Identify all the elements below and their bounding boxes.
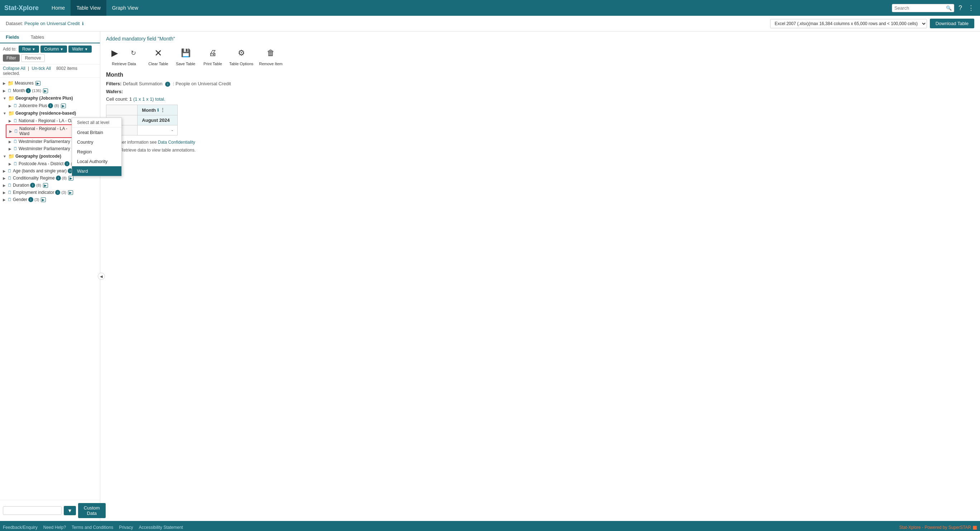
duration-count: (8) bbox=[36, 183, 41, 187]
filters-dataset-label: People on Universal Credit bbox=[175, 81, 231, 86]
national-ward-expand-icon[interactable]: ▶ bbox=[9, 129, 12, 133]
save-table-action[interactable]: 💾 Save Table bbox=[175, 46, 196, 66]
sub-header: Dataset: People on Universal Credit ℹ Ex… bbox=[0, 16, 980, 32]
filters-info-badge[interactable]: i bbox=[165, 82, 170, 87]
data-confidentiality-link[interactable]: Data Confidentiality bbox=[158, 140, 195, 145]
national-oas-expand-icon[interactable]: ▶ bbox=[9, 119, 11, 123]
westminster2-expand-icon[interactable]: ▶ bbox=[9, 147, 11, 151]
measures-folder-icon: 📁 bbox=[8, 80, 14, 86]
clear-table-button[interactable]: ✕ bbox=[150, 46, 167, 60]
duration-expand-icon[interactable]: ▶ bbox=[3, 183, 6, 187]
tree-item-duration[interactable]: ▶ 🗒 Duration i (8) ▶ bbox=[0, 182, 100, 189]
footer-link-help[interactable]: Need Help? bbox=[43, 525, 66, 530]
tree-item-employment[interactable]: ▶ 🗒 Employment indicator i (3) ▶ bbox=[0, 189, 100, 196]
clear-table-action[interactable]: ✕ Clear Table bbox=[148, 46, 169, 66]
context-menu-item-ward[interactable]: Ward bbox=[72, 166, 121, 176]
nav-table-view[interactable]: Table View bbox=[70, 0, 106, 16]
add-row-button[interactable]: Row ▼ bbox=[19, 46, 39, 53]
employment-expand-icon[interactable]: ▶ bbox=[3, 191, 6, 195]
duration-action-icon[interactable]: ▶ bbox=[43, 183, 48, 188]
month-info-badge[interactable]: i bbox=[26, 88, 31, 93]
footer-brand-icon: ◼ bbox=[972, 524, 977, 531]
search-input[interactable] bbox=[894, 5, 945, 11]
context-menu: Select all at level Great Britain Countr… bbox=[72, 118, 122, 176]
dataset-info-icon[interactable]: ℹ bbox=[82, 21, 84, 26]
format-dropdown[interactable]: Excel 2007 (.xlsx)(max 16,384 columns x … bbox=[770, 19, 927, 28]
tree-item-month[interactable]: ▶ 🗒 Month i (136) ▶ bbox=[0, 87, 100, 94]
cell-count-link[interactable]: (1 x 1 x 1) total. bbox=[133, 96, 165, 102]
tree-item-measures[interactable]: ▶ 📁 Measures ▶ bbox=[0, 79, 100, 87]
save-table-button[interactable]: 💾 bbox=[177, 46, 194, 60]
measures-expand-icon[interactable]: ▶ bbox=[3, 81, 6, 85]
context-menu-item-region[interactable]: Region bbox=[72, 147, 121, 156]
retrieve-refresh-button[interactable]: ↻ bbox=[125, 46, 142, 60]
custom-data-button[interactable]: Custom Data bbox=[78, 503, 106, 518]
search-icon[interactable]: 🔍 bbox=[946, 5, 952, 11]
tree-item-geo-residence[interactable]: ▼ 📁 Geography (residence-based) bbox=[0, 109, 100, 117]
collapse-all-link[interactable]: Collapse All bbox=[3, 66, 25, 71]
add-wafer-button[interactable]: Wafer ▼ bbox=[68, 46, 91, 53]
footer-link-feedback[interactable]: Feedback/Enquiry bbox=[3, 525, 38, 530]
measures-action-icon[interactable]: ▶ bbox=[35, 81, 40, 86]
footer-link-privacy[interactable]: Privacy bbox=[119, 525, 133, 530]
month-expand-icon[interactable]: ▶ bbox=[3, 89, 6, 93]
nav-graph-view[interactable]: Graph View bbox=[107, 0, 144, 16]
postcode-info-badge[interactable]: i bbox=[64, 161, 70, 166]
add-filter-button[interactable]: Filter bbox=[3, 54, 20, 62]
footer-link-accessibility[interactable]: Accessibility Statement bbox=[139, 525, 183, 530]
tab-tables[interactable]: Tables bbox=[25, 32, 50, 43]
dataset-link[interactable]: People on Universal Credit bbox=[24, 21, 80, 26]
save-table-label: Save Table bbox=[176, 62, 195, 66]
gender-info-badge[interactable]: i bbox=[28, 197, 33, 202]
employment-file-icon: 🗒 bbox=[8, 190, 12, 195]
gender-action-icon[interactable]: ▶ bbox=[41, 198, 46, 202]
collapse-panel-button[interactable]: ◀ bbox=[98, 273, 105, 280]
tree-item-gender[interactable]: ▶ 🗒 Gender i (3) ▶ bbox=[0, 196, 100, 203]
geo-postcode-expand-icon[interactable]: ▼ bbox=[3, 155, 6, 158]
jobcentre-action-icon[interactable]: ▶ bbox=[61, 104, 66, 108]
duration-info-badge[interactable]: i bbox=[30, 183, 35, 188]
remove-item-action[interactable]: 🗑 Remove Item bbox=[259, 46, 282, 66]
postcode-expand-icon[interactable]: ▶ bbox=[9, 162, 11, 166]
tab-fields[interactable]: Fields bbox=[0, 32, 25, 43]
geo-residence-expand-icon[interactable]: ▼ bbox=[3, 112, 6, 115]
conditionality-expand-icon[interactable]: ▶ bbox=[3, 176, 6, 180]
remove-item-button[interactable]: 🗑 bbox=[262, 46, 279, 60]
table-options-action[interactable]: ⚙ Table Options bbox=[229, 46, 253, 66]
footer-link-terms[interactable]: Terms and Conditions bbox=[72, 525, 113, 530]
retrieve-data-button[interactable]: ▶ bbox=[106, 46, 123, 60]
remove-button[interactable]: Remove bbox=[21, 54, 45, 62]
print-table-action[interactable]: 🖨 Print Table bbox=[202, 46, 224, 66]
search-field-input[interactable] bbox=[3, 506, 62, 515]
help-icon[interactable]: ? bbox=[957, 3, 964, 13]
footnote-1: For further information see Data Confide… bbox=[106, 140, 974, 145]
jobcentre-expand-icon[interactable]: ▶ bbox=[9, 104, 11, 108]
table-header-info-icon[interactable]: ℹ bbox=[157, 108, 159, 113]
filter-icon-button[interactable]: ▼ bbox=[64, 506, 76, 515]
age-file-icon: 🗒 bbox=[8, 168, 12, 174]
download-table-button[interactable]: Download Table bbox=[930, 19, 974, 28]
gender-expand-icon[interactable]: ▶ bbox=[3, 198, 6, 202]
employment-info-badge[interactable]: i bbox=[55, 190, 60, 195]
conditionality-action-icon[interactable]: ▶ bbox=[68, 176, 73, 180]
conditionality-info-badge[interactable]: i bbox=[56, 175, 61, 180]
employment-action-icon[interactable]: ▶ bbox=[68, 190, 73, 195]
add-column-button[interactable]: Column ▼ bbox=[40, 46, 67, 53]
nav-home[interactable]: Home bbox=[46, 0, 70, 16]
tree-item-geo-jobcentre[interactable]: ▼ 📁 Geography (Jobcentre Plus) bbox=[0, 94, 100, 102]
jobcentre-info-badge[interactable]: i bbox=[48, 103, 53, 108]
age-expand-icon[interactable]: ▶ bbox=[3, 169, 6, 173]
table-header-options-icon[interactable]: ⋮ bbox=[160, 107, 165, 113]
toolbar-links: Collapse All | Un-tick All 8002 items se… bbox=[0, 64, 100, 78]
context-menu-item-local-authority[interactable]: Local Authority bbox=[72, 156, 121, 166]
geo-jobcentre-expand-icon[interactable]: ▼ bbox=[3, 96, 6, 100]
table-options-button[interactable]: ⚙ bbox=[233, 46, 250, 60]
print-table-button[interactable]: 🖨 bbox=[204, 46, 221, 60]
un-tick-all-link[interactable]: Un-tick All bbox=[32, 66, 51, 71]
context-menu-item-country[interactable]: Country bbox=[72, 137, 121, 147]
tree-item-jobcentre-plus[interactable]: ▶ 🗒 Jobcentre Plus i (8) ▶ bbox=[6, 102, 100, 109]
month-action-icon[interactable]: ▶ bbox=[43, 88, 48, 93]
context-menu-item-great-britain[interactable]: Great Britain bbox=[72, 128, 121, 137]
more-options-icon[interactable]: ⋮ bbox=[966, 3, 976, 13]
westminster1-expand-icon[interactable]: ▶ bbox=[9, 140, 11, 144]
